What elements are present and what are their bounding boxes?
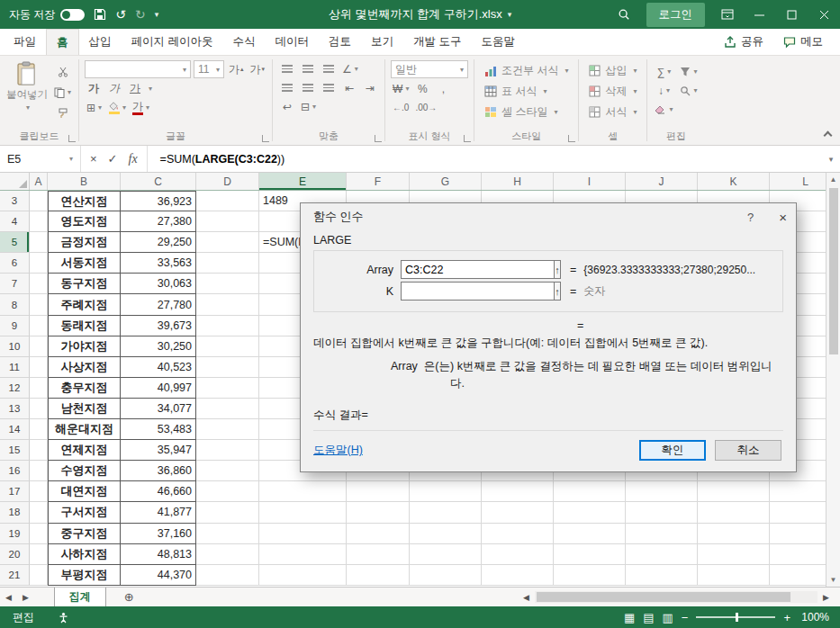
cancel-button[interactable]: 취소: [715, 440, 781, 461]
cell-G20[interactable]: [410, 544, 482, 565]
cell-K18[interactable]: [698, 502, 770, 523]
customize-qat-icon[interactable]: ▾: [155, 10, 159, 19]
cancel-entry-button[interactable]: ×: [90, 152, 97, 166]
cell-C19[interactable]: 37,160: [121, 524, 196, 544]
cell-H17[interactable]: [482, 481, 554, 502]
cell-B12[interactable]: 충무지점: [48, 378, 121, 399]
cell-J21[interactable]: [626, 565, 698, 586]
column-header-B[interactable]: B: [48, 173, 121, 190]
cell-F19[interactable]: [347, 524, 410, 544]
zoom-slider-thumb[interactable]: [736, 613, 738, 622]
row-header-14[interactable]: 14: [0, 419, 30, 440]
cell-E21[interactable]: [259, 565, 347, 586]
tab-홈[interactable]: 홈: [46, 29, 79, 55]
vertical-scrollbar-thumb[interactable]: [829, 188, 838, 354]
dialog-close-icon[interactable]: ×: [779, 210, 787, 225]
cell-A20[interactable]: [30, 544, 48, 565]
page-break-view-button[interactable]: ▥: [663, 611, 673, 624]
format-painter-button[interactable]: [52, 104, 73, 121]
cell-D13[interactable]: [196, 399, 259, 419]
cell-D19[interactable]: [196, 524, 259, 544]
cell-C17[interactable]: 46,660: [121, 481, 196, 502]
cell-D12[interactable]: [196, 378, 259, 399]
autosum-button[interactable]: ∑▾: [653, 63, 674, 80]
clipboard-dialog-launcher-icon[interactable]: [68, 135, 76, 142]
bold-button[interactable]: 가: [85, 80, 103, 97]
cell-H18[interactable]: [482, 502, 554, 523]
cell-E18[interactable]: [259, 502, 347, 523]
insert-function-button[interactable]: fx: [129, 152, 138, 166]
row-header-3[interactable]: 3: [0, 191, 30, 211]
align-right-button[interactable]: [320, 79, 338, 96]
cell-C12[interactable]: 40,997: [121, 378, 196, 399]
cell-D15[interactable]: [196, 440, 259, 461]
font-color-button[interactable]: 가 ▾: [131, 99, 151, 116]
zoom-out-button[interactable]: −: [682, 611, 689, 624]
row-header-19[interactable]: 19: [0, 524, 30, 544]
increase-indent-button[interactable]: ⇥: [361, 79, 379, 96]
number-dialog-launcher-icon[interactable]: [464, 135, 471, 142]
column-header-C[interactable]: C: [121, 173, 196, 190]
dialog-help-icon[interactable]: ?: [747, 211, 754, 224]
comma-style-button[interactable]: ,: [434, 80, 452, 97]
cell-L21[interactable]: [770, 565, 826, 586]
decrease-decimal-button[interactable]: ←.0: [391, 99, 411, 116]
clear-button[interactable]: ▾: [653, 101, 674, 118]
cell-K17[interactable]: [698, 481, 770, 502]
cell-D17[interactable]: [196, 481, 259, 502]
cell-C4[interactable]: 27,380: [121, 211, 196, 232]
column-header-J[interactable]: J: [626, 173, 698, 190]
row-header-16[interactable]: 16: [0, 461, 30, 481]
decrease-indent-button[interactable]: ⇤: [340, 79, 358, 96]
cell-A15[interactable]: [30, 440, 48, 461]
underline-dropdown-icon[interactable]: ▾: [149, 85, 152, 93]
cell-D14[interactable]: [196, 419, 259, 440]
maximize-button[interactable]: [775, 0, 808, 29]
help-link[interactable]: 도움말(H): [313, 443, 363, 458]
cell-L19[interactable]: [770, 524, 826, 544]
cell-B13[interactable]: 남천지점: [48, 399, 121, 419]
redo-button[interactable]: ↻: [135, 7, 146, 22]
paste-button[interactable]: 붙여넣기 ▾: [5, 59, 49, 112]
row-header-12[interactable]: 12: [0, 378, 30, 399]
cell-A21[interactable]: [30, 565, 48, 586]
k-range-select-icon[interactable]: ↑: [554, 283, 560, 300]
cell-A7[interactable]: [30, 274, 48, 294]
cell-B10[interactable]: 가야지점: [48, 336, 121, 357]
scroll-left-icon[interactable]: ◀: [518, 593, 535, 602]
cell-L17[interactable]: [770, 481, 826, 502]
row-header-11[interactable]: 11: [0, 357, 30, 378]
cell-C9[interactable]: 39,673: [121, 316, 196, 336]
scroll-right-icon[interactable]: ▶: [817, 593, 835, 602]
fill-button[interactable]: ↓▾: [653, 82, 674, 99]
align-center-button[interactable]: [299, 79, 317, 96]
column-header-G[interactable]: G: [410, 173, 482, 190]
ribbon-display-options-icon[interactable]: [712, 0, 743, 29]
cell-C8[interactable]: 27,780: [121, 294, 196, 315]
cell-C15[interactable]: 35,947: [121, 440, 196, 461]
cell-D18[interactable]: [196, 502, 259, 523]
undo-button[interactable]: ↺: [115, 7, 126, 22]
horizontal-scrollbar[interactable]: ◀ ▶: [518, 591, 840, 603]
cell-F17[interactable]: [347, 481, 410, 502]
cell-B21[interactable]: 부평지점: [48, 565, 121, 586]
cell-J17[interactable]: [626, 481, 698, 502]
wrap-text-button[interactable]: ↩: [278, 98, 296, 115]
column-header-A[interactable]: A: [30, 173, 48, 190]
orientation-button[interactable]: ∠▾: [340, 60, 360, 77]
cell-D16[interactable]: [196, 461, 259, 481]
cell-G18[interactable]: [410, 502, 482, 523]
italic-button[interactable]: 가: [105, 80, 123, 97]
cell-A10[interactable]: [30, 336, 48, 357]
row-header-21[interactable]: 21: [0, 565, 30, 586]
zoom-in-button[interactable]: +: [783, 611, 790, 624]
comments-button[interactable]: 메모: [775, 31, 831, 52]
column-header-H[interactable]: H: [482, 173, 554, 190]
increase-font-size-button[interactable]: 가▴: [227, 61, 246, 78]
row-header-4[interactable]: 4: [0, 211, 30, 232]
search-icon[interactable]: [609, 0, 639, 29]
row-header-18[interactable]: 18: [0, 502, 30, 523]
merge-center-button[interactable]: ⊟▾: [299, 98, 318, 115]
accounting-format-button[interactable]: ₩▾: [391, 80, 411, 97]
cell-D21[interactable]: [196, 565, 259, 586]
